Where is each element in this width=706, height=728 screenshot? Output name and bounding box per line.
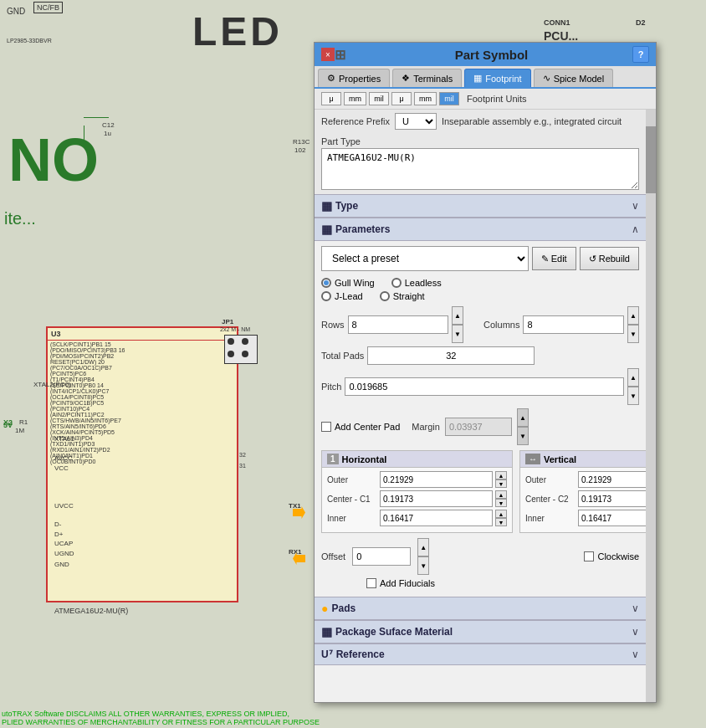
- horiz-center-input[interactable]: [380, 490, 493, 507]
- columns-down-btn[interactable]: ▼: [627, 325, 639, 343]
- horiz-outer-up[interactable]: ▲: [495, 471, 507, 479]
- type-label-text: Type: [335, 200, 358, 212]
- unit-btn-mm2[interactable]: mm: [414, 92, 437, 105]
- close-button[interactable]: ×: [321, 48, 335, 61]
- package-section-header[interactable]: ▦ Package Suface Material ∨: [315, 620, 646, 643]
- avcc-num: 32: [239, 452, 246, 458]
- help-button[interactable]: ?: [632, 46, 649, 63]
- vertical-header-label: Vertical: [544, 454, 576, 464]
- horiz-outer-down[interactable]: ▼: [495, 479, 507, 488]
- pitch-input[interactable]: [345, 377, 624, 396]
- margin-input: [445, 418, 512, 436]
- vert-inner-input[interactable]: [578, 510, 646, 526]
- part-type-input[interactable]: [321, 148, 639, 190]
- pads-icon: ●: [321, 602, 328, 615]
- pads-section-header[interactable]: ● Pads ∨: [315, 597, 646, 620]
- uvcc-label: UVCC: [54, 502, 74, 510]
- unit-btn-um2[interactable]: μ: [391, 92, 412, 105]
- disclaimer-line1: utoTRAX Software DISCLAIMS ALL OTHER WAR…: [2, 710, 320, 718]
- terminals-tab-label: Terminals: [413, 74, 453, 84]
- add-center-pad-check[interactable]: Add Center Pad: [321, 422, 400, 432]
- ugnd-label: UGND: [54, 550, 74, 557]
- unit-btn-mil1[interactable]: mil: [369, 92, 389, 105]
- tab-footprint[interactable]: ▦ Footprint: [464, 69, 530, 87]
- tab-spice[interactable]: ∿ Spice Model: [534, 69, 614, 87]
- gnd-label: GND: [7, 7, 25, 16]
- radio-straight-dot: [380, 291, 390, 301]
- vert-center-input[interactable]: [578, 490, 646, 507]
- unit-btn-mil2[interactable]: mil: [439, 92, 459, 105]
- reference-icon: U⁷: [321, 649, 333, 660]
- r1-label: R1: [19, 418, 28, 426]
- scrollbar-track: [646, 110, 656, 702]
- jp1-label: JP1: [222, 318, 233, 326]
- rows-down-btn[interactable]: ▼: [452, 325, 463, 343]
- pads-chevron-icon: ∨: [632, 602, 639, 614]
- d-plus-label: D+: [54, 531, 63, 538]
- parameters-label-text: Parameters: [335, 223, 390, 235]
- schematic-ite: ite...: [4, 209, 36, 228]
- horiz-center-up[interactable]: ▲: [495, 490, 507, 499]
- radio-straight[interactable]: Straight: [380, 291, 425, 301]
- horiz-inner-up[interactable]: ▲: [495, 510, 507, 518]
- radio-j-lead[interactable]: J-Lead: [321, 291, 363, 301]
- ref-prefix-select[interactable]: U: [395, 113, 437, 130]
- radio-leadless[interactable]: Leadless: [391, 278, 442, 288]
- r13c-label: R13C: [293, 138, 310, 146]
- gnd2-label: GND: [54, 561, 69, 568]
- radio-gull-wing[interactable]: Gull Wing: [321, 278, 375, 288]
- total-pads-input[interactable]: [367, 346, 535, 365]
- chip-bottom-label: ATMEGA16U2-MU(R): [54, 607, 128, 615]
- offset-down-btn[interactable]: ▼: [417, 556, 429, 575]
- conn1-label: CONN1: [544, 18, 570, 27]
- columns-input[interactable]: [523, 315, 624, 334]
- center-pad-row: Add Center Pad Margin ▲ ▼: [321, 408, 639, 445]
- spice-tab-label: Spice Model: [554, 74, 605, 84]
- vert-center-label: Center - C2: [525, 495, 576, 504]
- clockwise-check[interactable]: Clockwise: [584, 551, 639, 561]
- avcc-label: AVCC: [54, 454, 73, 462]
- footprint-tab-label: Footprint: [485, 74, 521, 84]
- vert-center-row: Center - C2 ▲ ▼: [525, 490, 646, 507]
- rebuild-button[interactable]: ↺ Rebuild: [580, 247, 639, 270]
- preset-select[interactable]: Select a preset: [321, 246, 529, 271]
- reference-section-header[interactable]: U⁷ Reference ∨: [315, 643, 646, 665]
- pitch-down-btn[interactable]: ▼: [627, 387, 639, 405]
- columns-up-btn[interactable]: ▲: [627, 306, 639, 325]
- unit-btn-mm1[interactable]: mm: [344, 92, 366, 105]
- add-fiducials-check[interactable]: Add Fiducials: [366, 578, 435, 588]
- pitch-up-btn[interactable]: ▲: [627, 368, 639, 387]
- rows-up-btn[interactable]: ▲: [452, 306, 463, 325]
- r1-val: 1M: [15, 427, 24, 434]
- panel-titlebar: × ⊞ Part Symbol ?: [315, 43, 656, 66]
- horiz-center-down[interactable]: ▼: [495, 499, 507, 507]
- edit-button[interactable]: ✎ Edit: [532, 247, 576, 270]
- horiz-inner-input[interactable]: [380, 510, 493, 526]
- scrollbar-thumb[interactable]: [646, 126, 656, 193]
- offset-input[interactable]: [352, 547, 411, 566]
- x2-label: X2: [3, 418, 13, 427]
- unit-btn-um1[interactable]: μ: [321, 92, 341, 105]
- chip-label: U3: [48, 328, 237, 341]
- columns-label: Columns: [483, 320, 519, 330]
- horiz-center-label: Center - C1: [327, 495, 377, 504]
- rows-input[interactable]: [348, 315, 449, 334]
- reference-section-label: U⁷ Reference: [321, 649, 385, 660]
- ref-prefix-label: Reference Prefix: [321, 116, 390, 126]
- xtal2-label: XTAL2(PC0): [33, 381, 71, 388]
- tab-terminals[interactable]: ❖ Terminals: [392, 69, 462, 87]
- vert-outer-row: Outer ▲ ▼: [525, 471, 646, 488]
- c12-label: C12: [102, 121, 115, 129]
- type-section-header[interactable]: ▦ Type ∨: [315, 194, 646, 218]
- parameters-section-header[interactable]: ▦ Parameters ∧: [315, 218, 646, 241]
- horiz-inner-down[interactable]: ▼: [495, 518, 507, 526]
- straight-label: Straight: [393, 291, 425, 301]
- preset-row: Select a preset ✎ Edit ↺ Rebuild: [321, 246, 639, 271]
- vert-outer-input[interactable]: [578, 471, 646, 488]
- offset-up-btn[interactable]: ▲: [417, 538, 429, 556]
- center-pad-label: Add Center Pad: [335, 422, 400, 432]
- edit-btn-label: Edit: [551, 254, 567, 264]
- tab-properties[interactable]: ⚙ Properties: [318, 69, 390, 87]
- horiz-outer-input[interactable]: [380, 471, 493, 488]
- clockwise-label: Clockwise: [597, 551, 639, 561]
